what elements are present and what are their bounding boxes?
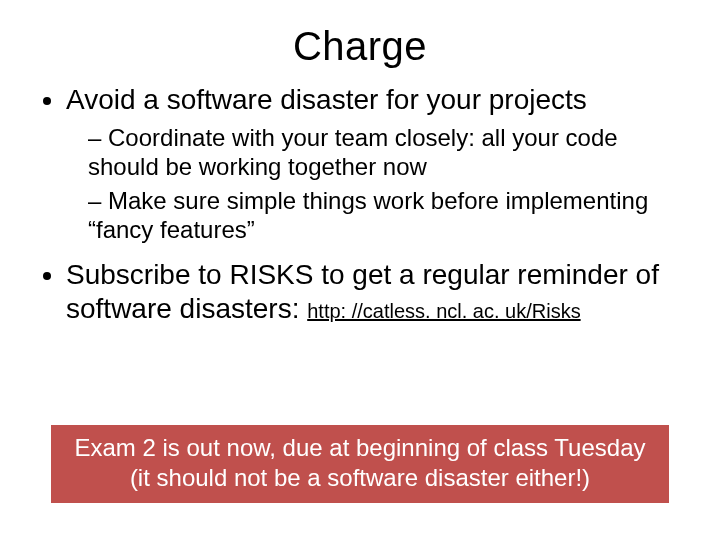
sub-bullet-1-1: Coordinate with your team closely: all y… — [88, 123, 688, 182]
bullet-list: Avoid a software disaster for your proje… — [32, 83, 688, 327]
risks-link[interactable]: http: //catless. ncl. ac. uk/Risks — [307, 300, 580, 322]
bullet-item-2: Subscribe to RISKS to get a regular remi… — [66, 258, 688, 326]
bullet-sublist-1: Coordinate with your team closely: all y… — [68, 123, 688, 244]
callout-line-1: Exam 2 is out now, due at beginning of c… — [69, 433, 651, 463]
slide-title: Charge — [32, 24, 688, 69]
sub-bullet-1-2: Make sure simple things work before impl… — [88, 186, 688, 245]
exam-callout: Exam 2 is out now, due at beginning of c… — [50, 424, 670, 504]
bullet-item-1-text: Avoid a software disaster for your proje… — [66, 84, 587, 115]
callout-line-2: (it should not be a software disaster ei… — [69, 463, 651, 493]
bullet-item-1: Avoid a software disaster for your proje… — [66, 83, 688, 244]
slide: Charge Avoid a software disaster for you… — [0, 0, 720, 540]
